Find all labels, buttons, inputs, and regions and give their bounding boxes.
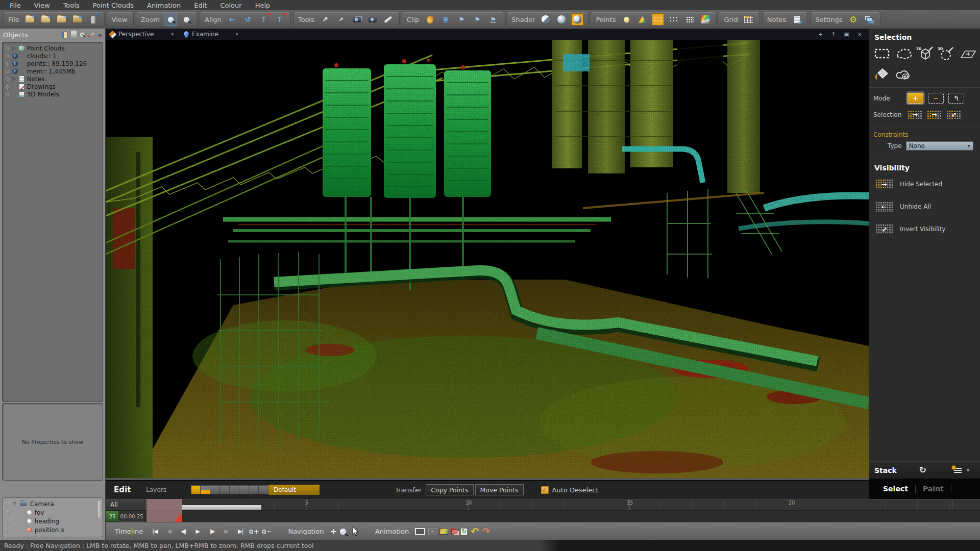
tree-item-points-count[interactable]: ◇ i points:: 89,159,126 (3, 60, 103, 67)
align-view-icon[interactable]: ← (226, 13, 238, 26)
point-cloud-scene[interactable] (106, 40, 869, 478)
prism-icon[interactable] (636, 13, 648, 26)
clip-flag-icon[interactable]: ⚑ (455, 13, 468, 26)
align-rotate-icon[interactable]: ↺ (242, 13, 254, 26)
animation-grid-icon[interactable]: + (428, 528, 436, 535)
copy-selection-right-icon[interactable]: → (927, 110, 942, 119)
clip-leaf-icon[interactable] (424, 13, 436, 26)
playhead-icon[interactable] (175, 513, 182, 522)
pan-tool-icon[interactable]: + (330, 528, 337, 536)
brush-3d-box-icon[interactable]: 3D (916, 44, 935, 63)
animation-frame-icon[interactable] (415, 528, 425, 535)
expand-icon[interactable]: ▷ (12, 46, 16, 51)
default-layer-button[interactable]: Default (268, 485, 320, 495)
add-cloud-icon[interactable]: + (40, 13, 52, 26)
layer-swatch[interactable] (259, 485, 268, 494)
chevron-down-icon[interactable]: ▾ (967, 468, 969, 473)
tab-paint[interactable]: Paint (923, 485, 944, 493)
menu-item-help[interactable]: Help (249, 2, 277, 9)
lasso-select-icon[interactable] (894, 44, 913, 63)
tree-item-notes[interactable]: ◇ ▷ Notes (3, 75, 103, 83)
save-project-icon[interactable]: ↻ (71, 13, 84, 26)
clip-flag2-icon[interactable]: ⚑ (471, 13, 483, 26)
pop-out-view-icon[interactable]: ↑ (828, 32, 838, 37)
layer-swatch[interactable] (230, 485, 239, 494)
timeline-track-name[interactable]: All (106, 499, 144, 510)
mode-add-button[interactable]: + (908, 93, 923, 104)
grid-icon[interactable] (743, 13, 755, 26)
rect-select-icon[interactable] (872, 44, 891, 63)
tab-select[interactable]: Select (883, 485, 908, 493)
interaction-mode-selector[interactable]: Examine (192, 31, 218, 38)
step-forward-button[interactable]: |▶ (206, 526, 217, 537)
layer-swatch[interactable] (210, 485, 220, 494)
redo-icon[interactable]: ↷ (482, 527, 490, 536)
eraser-icon[interactable] (382, 13, 395, 26)
rotate-90-ccw-icon[interactable]: ↑90 (274, 13, 286, 26)
stack-settings-icon[interactable] (954, 468, 962, 473)
menu-item-animation[interactable]: Animation (140, 2, 187, 9)
swap-selection-icon[interactable]: ↔ (946, 110, 961, 119)
menu-item-colour[interactable]: Colour (213, 2, 248, 9)
refresh-stack-icon[interactable]: ↻ (919, 466, 926, 474)
shader-flat-icon[interactable] (540, 13, 552, 26)
measure-icon[interactable]: ↗ (319, 13, 331, 26)
snapshot-icon[interactable] (366, 13, 379, 26)
chevron-down-icon[interactable]: ▾ (172, 32, 174, 37)
delete-object-icon[interactable] (71, 32, 77, 38)
mode-keep-button[interactable]: ↰ (948, 93, 964, 104)
tree-item-drawings[interactable]: ◇ Drawings (3, 83, 103, 90)
auto-deselect-checkbox[interactable]: ✓ (541, 486, 549, 494)
copy-points-button[interactable]: Copy Points (426, 484, 473, 495)
hide-selected-row[interactable]: → Hide Selected (875, 179, 980, 190)
search-objects-icon[interactable] (80, 33, 84, 37)
constraint-type-dropdown[interactable]: None ▾ (906, 141, 973, 151)
copy-view-icon[interactable] (351, 13, 363, 26)
maximize-view-icon[interactable]: ▣ (841, 32, 851, 37)
zoom-tool-icon[interactable] (340, 529, 346, 535)
export-column-icon[interactable]: ↑ (87, 13, 100, 26)
clip-align-icon[interactable]: ⚑ (487, 13, 499, 26)
colour-ramp-icon[interactable] (699, 13, 712, 26)
menu-item-view[interactable]: View (28, 2, 57, 9)
add-note-icon[interactable] (791, 13, 803, 26)
colour-objects-icon[interactable] (88, 32, 94, 37)
point-size-icon[interactable] (652, 13, 664, 26)
panel-toggle-icon[interactable] (62, 32, 67, 38)
layer-swatch[interactable] (201, 485, 210, 494)
expand-icon[interactable]: ▷ (12, 77, 16, 81)
zoom-window-icon[interactable] (180, 13, 192, 26)
brush-3d-sphere-icon[interactable]: 3D (937, 44, 956, 63)
play-button[interactable]: ▶ (192, 526, 203, 537)
layer-swatch[interactable] (220, 485, 230, 494)
rotate-90-cw-icon[interactable]: ↑90 (258, 13, 270, 26)
move-points-button[interactable]: Move Points (475, 484, 524, 495)
collapse-icon[interactable]: ▽ (13, 502, 17, 506)
menu-item-file[interactable]: File (3, 2, 28, 9)
tree-item-3d-models[interactable]: ◇ 3D Models (3, 90, 103, 98)
remove-key-button[interactable]: − (262, 529, 272, 535)
tree-item-memory[interactable]: ◇ i mem:: 1,445Mb (3, 67, 103, 75)
shader-glossy-icon[interactable] (571, 13, 583, 26)
tree-item-position-x[interactable]: ◇ position x (3, 525, 103, 534)
animation-keyframe-icon[interactable] (439, 528, 448, 535)
chevron-down-icon[interactable]: ▾ (236, 32, 238, 37)
point-spacing-icon[interactable] (683, 13, 696, 26)
unhide-all-row[interactable]: ← Unhide All (875, 201, 980, 212)
undo-icon[interactable]: ↶ (471, 527, 479, 536)
menu-item-tools[interactable]: Tools (57, 2, 86, 9)
add-view-icon[interactable]: + (816, 32, 825, 37)
zoom-in-icon[interactable] (164, 13, 177, 26)
timeline-scrubber[interactable] (146, 499, 182, 522)
plane-select-icon[interactable] (959, 44, 978, 63)
shader-smooth-icon[interactable] (555, 13, 568, 26)
play-selection-button[interactable]: ▶ (220, 526, 232, 537)
intensity-icon[interactable] (620, 13, 632, 26)
add-key-button[interactable]: + (249, 529, 259, 535)
invert-visibility-row[interactable]: ↔ Invert Visibility (875, 223, 980, 235)
step-back-button[interactable]: ◀| (178, 526, 189, 537)
tree-item-heading[interactable]: ◇ heading (3, 517, 103, 525)
collapse-panel-icon[interactable]: « (98, 32, 102, 38)
tree-item-clouds-count[interactable]: ◇ i clouds:: 1 (3, 52, 103, 60)
close-view-icon[interactable]: × (855, 32, 865, 37)
